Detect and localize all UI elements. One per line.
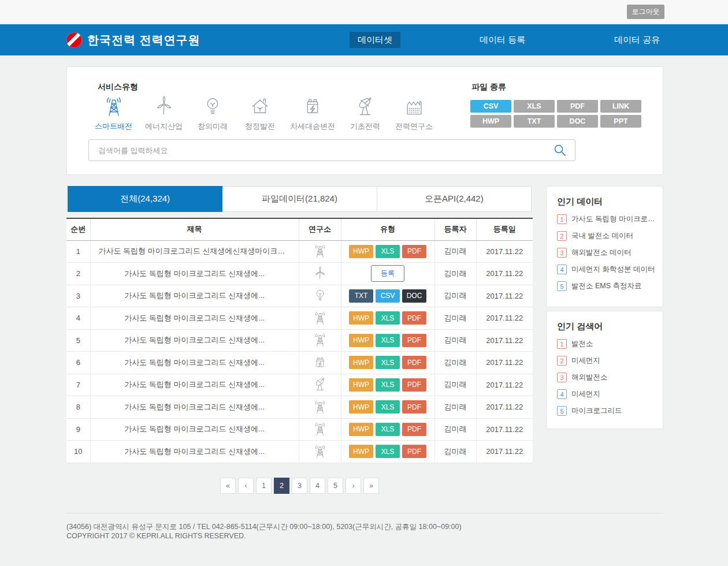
file-type-button[interactable]: PPT [600,115,641,128]
nav-tab-data-register[interactable]: 데이터 등록 [480,24,525,55]
file-badge-csv[interactable]: CSV [376,289,400,303]
service-type-item[interactable]: 전력연구소 [395,96,433,132]
search-icon[interactable] [552,143,567,158]
table-row[interactable]: 8 가사도 독립형 마이크로그리드 신재생에... HWPXLSPDF 김미래 … [66,396,533,419]
table-row[interactable]: 5 가사도 독립형 마이크로그리드 신재생에... HWPXLSPDF 김미래 … [66,329,533,352]
file-badge-pdf[interactable]: PDF [402,400,426,414]
result-tab[interactable]: 전체(24,324) [68,186,222,212]
file-badge-hwp[interactable]: HWP [349,334,373,347]
row-registrant: 김미래 [434,352,476,374]
file-badge-hwp[interactable]: HWP [349,423,373,436]
file-type-button[interactable]: TXT [514,115,555,128]
popular-keyword-item[interactable]: 4 미세먼지 [557,389,657,399]
row-title[interactable]: 가사도 독립형 마이크로그리드 신재생에... [90,396,299,419]
nav-tab-dataset[interactable]: 데이터셋 [350,32,400,48]
file-badge-xls[interactable]: XLS [376,423,400,436]
page-button[interactable]: ‹ [238,478,254,494]
row-title[interactable]: 가사도 독립형 마이크로그리드 신재생에... [90,329,299,352]
file-badge-pdf[interactable]: PDF [402,356,426,369]
file-type-button[interactable]: DOC [557,115,598,128]
file-badge-pdf[interactable]: PDF [402,245,426,258]
file-type-button[interactable]: LINK [600,100,641,113]
transmission-tower-icon [313,333,328,348]
file-badge-xls[interactable]: XLS [376,245,400,258]
popular-data-item[interactable]: 3 해외발전소 데이터 [557,248,657,258]
popular-data-item[interactable]: 1 가사도 독립형 마이크로그리… [557,214,657,224]
popular-keyword-item[interactable]: 3 해외발전소 [557,373,657,382]
row-title[interactable]: 가사도 독립형 마이크로그리드 신재생에... [90,285,299,307]
page-button[interactable]: 5 [328,478,343,494]
file-badge-xls[interactable]: XLS [376,356,400,369]
file-badge-pdf[interactable]: PDF [402,445,426,458]
service-type-item[interactable]: 청정발전 [243,96,277,132]
rank-badge: 3 [557,248,567,258]
page-button[interactable]: 4 [310,478,325,494]
result-tab[interactable]: 파일데이터(21,824) [222,186,377,212]
page-button[interactable]: « [220,478,236,494]
row-date: 2017.11.22 [476,441,533,463]
service-type-item-label: 스마트배전 [95,121,132,132]
file-badge-pdf[interactable]: PDF [402,378,426,392]
search-input[interactable] [89,140,552,161]
service-type-item[interactable]: 기초전력 [348,96,382,132]
file-badge-xls[interactable]: XLS [376,311,400,325]
row-title[interactable]: 가사도 독립형 마이크로그리드 신재생에... [90,374,299,396]
page-button[interactable]: 3 [292,478,307,494]
table-row[interactable]: 7 가사도 독립형 마이크로그리드 신재생에... HWPXLSPDF 김미래 … [66,374,533,396]
file-type-button[interactable]: HWP [470,115,511,128]
brand-logo[interactable]: 한국전력 전력연구원 [66,24,200,55]
logout-button[interactable]: 로그아웃 [627,5,664,19]
row-registrant: 김미래 [434,263,476,285]
file-badge-txt[interactable]: TXT [349,289,373,303]
row-title[interactable]: 가사도 독립형 마이크로그리드 신재생에... [90,307,299,330]
file-type-label: 파일 종류 [471,82,506,92]
file-badge-xls[interactable]: XLS [376,334,400,347]
popular-keyword-item[interactable]: 1 발전소 [557,339,657,349]
table-row[interactable]: 9 가사도 독립형 마이크로그리드 신재생에... HWPXLSPDF 김미래 … [66,418,533,441]
file-badge-doc[interactable]: DOC [402,289,426,303]
popular-data-item[interactable]: 2 국내 발전소 데이터 [557,231,657,241]
service-type-item[interactable]: 에너지산업 [145,96,183,132]
file-badge-hwp[interactable]: HWP [349,245,373,258]
page-button[interactable]: › [346,478,361,494]
page-button[interactable]: 2 [274,478,289,494]
popular-keyword-item[interactable]: 2 미세먼지 [557,356,657,366]
table-row[interactable]: 4 가사도 독립형 마이크로그리드 신재생에... HWPXLSPDF 김미래 … [66,307,533,330]
result-tab[interactable]: 오픈API(2,442) [377,186,532,212]
table-row[interactable]: 6 가사도 독립형 마이크로그리드 신재생에... HWPXLSPDF 김미래 … [66,352,533,374]
file-badge-xls[interactable]: XLS [376,378,400,392]
table-row[interactable]: 2 가사도 독립형 마이크로그리드 신재생에... 등록 김미래 2017.11… [66,263,533,285]
table-row[interactable]: 10 가사도 독립형 마이크로그리드 신재생에... HWPXLSPDF 김미래… [66,441,533,463]
service-type-item[interactable]: 스마트배전 [95,96,132,132]
row-title[interactable]: 가사도 독립형 마이크로그리드 신재생에... [90,418,299,441]
file-badge-register[interactable]: 등록 [371,265,404,282]
file-badge-pdf[interactable]: PDF [402,423,426,436]
service-type-item[interactable]: 차세대송변전 [290,96,335,132]
file-badge-hwp[interactable]: HWP [349,311,373,325]
file-badge-xls[interactable]: XLS [376,445,400,458]
popular-keyword-item[interactable]: 5 마이크로그리드 [557,406,657,416]
table-row[interactable]: 1 가사도 독립형 마이크로그리드 신재생에신재생마이크로그리드재생에… HWP… [66,240,533,263]
file-badge-hwp[interactable]: HWP [349,378,373,392]
service-type-item[interactable]: 창의미래 [195,96,230,132]
row-title[interactable]: 가사도 독립형 마이크로그리드 신재생에... [90,263,299,285]
row-title[interactable]: 가사도 독립형 마이크로그리드 신재생에... [90,352,299,374]
row-date: 2017.11.22 [476,240,533,263]
file-type-button[interactable]: CSV [470,100,511,113]
file-badge-hwp[interactable]: HWP [349,400,373,414]
popular-data-item[interactable]: 4 미세먼지 화학성분 데이터 [557,265,657,274]
file-type-button[interactable]: XLS [514,100,555,113]
nav-tab-data-share[interactable]: 데이터 공유 [614,24,660,55]
popular-data-item[interactable]: 5 발전소 EMS 측정자료 [557,281,657,291]
file-badge-pdf[interactable]: PDF [402,334,426,347]
file-type-button[interactable]: PDF [557,100,598,113]
table-row[interactable]: 3 가사도 독립형 마이크로그리드 신재생에... TXTCSVDOC 김미래 … [66,285,533,307]
page-button[interactable]: » [363,478,379,494]
row-title[interactable]: 가사도 독립형 마이크로그리드 신재생에신재생마이크로그리드재생에… [90,240,299,263]
page-button[interactable]: 1 [256,478,272,494]
file-badge-xls[interactable]: XLS [376,400,400,414]
file-badge-hwp[interactable]: HWP [349,445,373,458]
file-badge-pdf[interactable]: PDF [402,311,426,325]
file-badge-hwp[interactable]: HWP [349,356,373,369]
row-title[interactable]: 가사도 독립형 마이크로그리드 신재생에... [90,441,299,463]
